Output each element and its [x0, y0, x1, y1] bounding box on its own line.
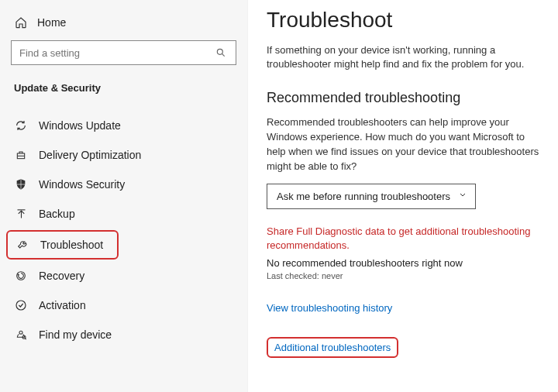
section-description: Recommended troubleshooters can help imp… — [267, 115, 544, 174]
sidebar-item-label: Delivery Optimization — [39, 149, 141, 161]
sidebar-item-backup[interactable]: Backup — [0, 199, 247, 229]
sidebar-item-label: Backup — [39, 208, 75, 220]
sidebar-item-label: Troubleshoot — [40, 239, 103, 251]
sidebar-item-recovery[interactable]: Recovery — [0, 261, 247, 291]
diagnostic-warning: Share Full Diagnostic data to get additi… — [267, 225, 544, 253]
page-title: Troubleshoot — [267, 8, 544, 33]
sidebar-item-label: Windows Update — [39, 119, 121, 132]
search-input[interactable] — [19, 47, 214, 59]
troubleshooter-status: No recommended troubleshooters right now — [267, 257, 544, 269]
page-lead: If something on your device isn't workin… — [267, 43, 544, 71]
main-panel: Troubleshoot If something on your device… — [248, 0, 558, 392]
sidebar-item-label: Windows Security — [39, 178, 125, 191]
home-label: Home — [37, 16, 66, 29]
search-icon — [214, 46, 228, 60]
svg-point-6 — [16, 301, 26, 310]
sidebar-item-label: Find my device — [39, 328, 112, 341]
settings-sidebar: Home Update & Security Windows Update De… — [0, 0, 248, 392]
svg-point-7 — [19, 331, 22, 334]
backup-icon — [14, 207, 28, 221]
sidebar-nav: Windows Update Delivery Optimization Win… — [0, 108, 247, 349]
search-input-container[interactable] — [11, 40, 236, 65]
sidebar-item-find-my-device[interactable]: Find my device — [0, 320, 247, 349]
additional-troubleshooters-highlight: Additional troubleshooters — [267, 337, 398, 358]
sidebar-item-windows-update[interactable]: Windows Update — [0, 111, 247, 140]
section-heading: Recommended troubleshooting — [267, 90, 544, 106]
svg-line-9 — [25, 339, 26, 339]
chevron-down-icon — [458, 191, 467, 202]
sync-icon — [14, 119, 28, 132]
home-icon — [14, 15, 28, 29]
sidebar-item-windows-security[interactable]: Windows Security — [0, 170, 247, 199]
last-checked-label: Last checked: never — [267, 271, 544, 280]
check-circle-icon — [14, 298, 28, 312]
sidebar-item-label: Recovery — [39, 270, 84, 282]
svg-line-1 — [222, 53, 224, 56]
svg-point-0 — [217, 49, 222, 54]
sidebar-section-title: Update & Security — [0, 76, 247, 108]
find-device-icon — [14, 328, 28, 342]
dropdown-value: Ask me before running troubleshooters — [277, 191, 450, 202]
troubleshoot-preference-dropdown[interactable]: Ask me before running troubleshooters — [267, 184, 476, 209]
sidebar-home[interactable]: Home — [0, 9, 247, 37]
sidebar-item-label: Activation — [39, 299, 86, 311]
sidebar-item-troubleshoot[interactable]: Troubleshoot — [6, 230, 119, 260]
additional-troubleshooters-link[interactable]: Additional troubleshooters — [274, 342, 391, 353]
view-history-link[interactable]: View troubleshooting history — [267, 302, 392, 314]
wrench-icon — [16, 238, 29, 252]
delivery-icon — [14, 148, 28, 162]
sidebar-item-delivery-optimization[interactable]: Delivery Optimization — [0, 140, 247, 170]
shield-icon — [14, 177, 28, 191]
recovery-icon — [14, 269, 28, 283]
sidebar-item-activation[interactable]: Activation — [0, 291, 247, 320]
